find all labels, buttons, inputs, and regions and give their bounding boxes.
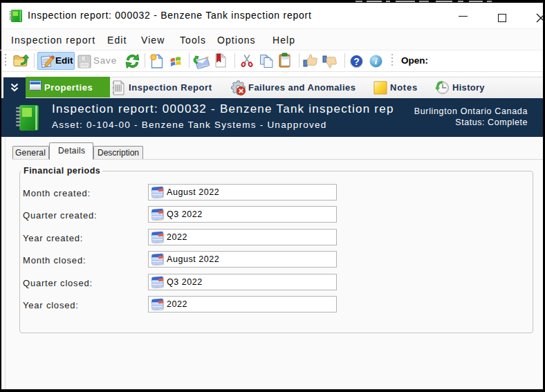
svg-text:?: ? bbox=[353, 56, 360, 67]
svg-text:i: i bbox=[375, 56, 378, 66]
